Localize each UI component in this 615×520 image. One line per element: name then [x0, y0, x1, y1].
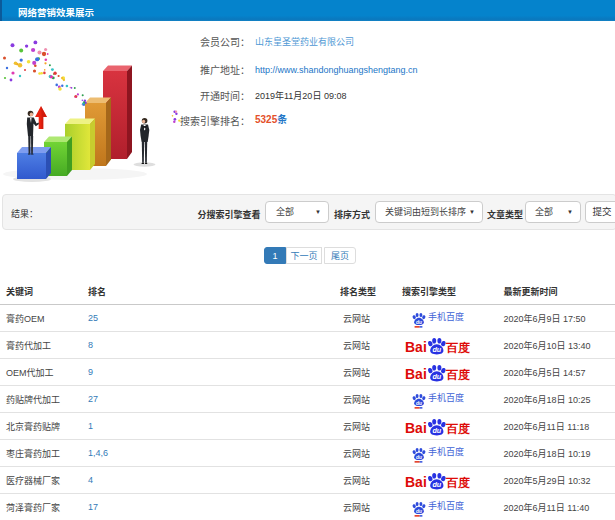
svg-text:du: du — [432, 371, 441, 380]
svg-text:百度: 百度 — [445, 368, 470, 382]
svg-text:du: du — [416, 455, 422, 460]
svg-text:Bai: Bai — [405, 366, 427, 382]
svg-text:du: du — [416, 401, 422, 406]
svg-text:百度: 百度 — [445, 476, 470, 490]
svg-text:百度: 百度 — [445, 341, 470, 355]
svg-text:du: du — [416, 320, 422, 325]
svg-text:du: du — [432, 479, 441, 488]
svg-text:Bai: Bai — [405, 474, 427, 490]
svg-text:du: du — [432, 425, 441, 434]
svg-text:du: du — [432, 344, 441, 353]
svg-text:Bai: Bai — [405, 420, 427, 436]
svg-text:Bai: Bai — [405, 339, 427, 355]
svg-text:du: du — [416, 509, 422, 514]
svg-text:百度: 百度 — [445, 422, 470, 436]
